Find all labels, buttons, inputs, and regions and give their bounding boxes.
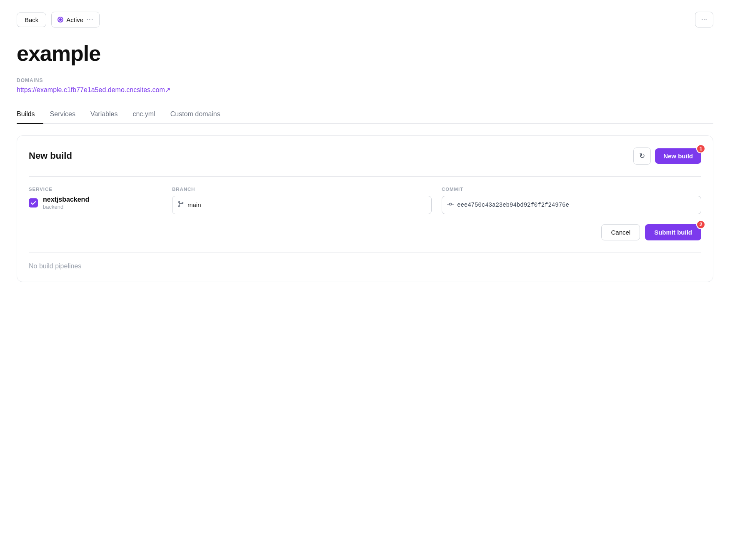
domain-url: https://example.c1fb77e1a5ed.demo.cncsit… — [17, 86, 170, 94]
commit-input-wrap — [442, 196, 701, 214]
submit-build-label: Submit build — [654, 229, 692, 236]
branch-icon — [178, 201, 184, 209]
build-form: SERVICE nextjsbackend backend BRANCH — [29, 176, 701, 252]
status-badge[interactable]: Active ··· — [51, 12, 100, 28]
top-bar: Back Active ··· ··· — [17, 12, 713, 28]
tabs-nav: Builds Services Variables cnc.yml Custom… — [17, 105, 713, 124]
builds-card: New build ↻ New build 1 SERVICE — [17, 135, 713, 282]
more-options-button[interactable]: ··· — [695, 12, 713, 28]
checkmark-icon — [30, 200, 36, 206]
card-header-actions: ↻ New build 1 — [633, 148, 701, 165]
form-columns: SERVICE nextjsbackend backend BRANCH — [29, 187, 701, 214]
card-title: New build — [29, 150, 72, 161]
cancel-button[interactable]: Cancel — [601, 224, 640, 240]
status-ellipsis-icon: ··· — [86, 15, 93, 24]
commit-col-label: COMMIT — [442, 187, 701, 192]
back-button[interactable]: Back — [17, 12, 46, 27]
tab-custom-domains[interactable]: Custom domains — [170, 105, 229, 124]
service-checkbox[interactable] — [29, 198, 38, 208]
service-name: nextjsbackend — [43, 196, 89, 203]
refresh-button[interactable]: ↻ — [633, 148, 651, 165]
domains-section: DOMAINS https://example.c1fb77e1a5ed.dem… — [17, 78, 713, 94]
card-header: New build ↻ New build 1 — [29, 148, 701, 165]
branch-column: BRANCH — [172, 187, 432, 214]
new-build-label: New build — [663, 152, 693, 160]
service-item: nextjsbackend backend — [29, 196, 162, 210]
commit-column: COMMIT — [442, 187, 701, 214]
submit-build-badge: 2 — [696, 220, 705, 229]
commit-input[interactable] — [457, 202, 696, 208]
branch-col-label: BRANCH — [172, 187, 432, 192]
branch-input-wrap — [172, 196, 432, 214]
status-dot-inner — [59, 18, 62, 21]
commit-icon — [447, 201, 454, 209]
domain-link[interactable]: https://example.c1fb77e1a5ed.demo.cncsit… — [17, 86, 170, 94]
status-dot-icon — [58, 17, 63, 22]
domains-label: DOMAINS — [17, 78, 713, 83]
refresh-icon: ↻ — [639, 152, 645, 160]
service-col-label: SERVICE — [29, 187, 162, 192]
service-info: nextjsbackend backend — [43, 196, 89, 210]
status-label: Active — [66, 16, 83, 23]
service-type: backend — [43, 204, 89, 210]
page-title: example — [17, 41, 713, 66]
tab-variables[interactable]: Variables — [90, 105, 126, 124]
new-build-badge: 1 — [696, 144, 705, 153]
submit-build-button[interactable]: Submit build 2 — [645, 224, 701, 240]
form-actions: Cancel Submit build 2 — [29, 224, 701, 252]
no-pipelines-text: No build pipelines — [29, 252, 701, 282]
top-bar-left: Back Active ··· — [17, 12, 100, 28]
branch-input[interactable] — [188, 201, 426, 208]
new-build-button[interactable]: New build 1 — [655, 148, 701, 164]
tab-cnc-yml[interactable]: cnc.yml — [132, 105, 163, 124]
more-icon: ··· — [701, 15, 707, 23]
tab-services[interactable]: Services — [50, 105, 84, 124]
tab-builds[interactable]: Builds — [17, 105, 43, 124]
service-column: SERVICE nextjsbackend backend — [29, 187, 162, 210]
